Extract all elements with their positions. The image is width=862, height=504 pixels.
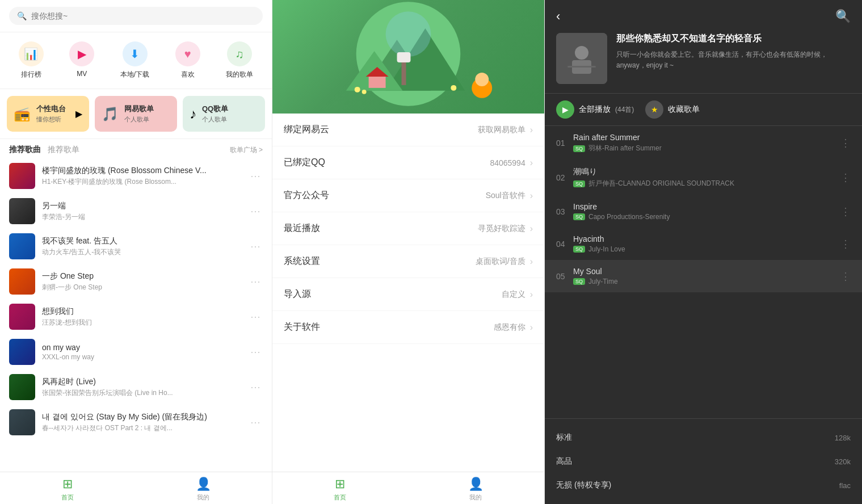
song-thumb <box>9 198 35 224</box>
quality-badge: SQ <box>573 246 585 253</box>
svg-point-20 <box>575 46 588 60</box>
middle-nav-home[interactable]: ⊞ 首页 <box>334 477 346 502</box>
middle-nav-profile[interactable]: 👤 我的 <box>468 477 483 502</box>
nav-download[interactable]: ⬇ 本地/下载 <box>120 41 149 79</box>
list-item[interactable]: 一步 One Step 刺猬-一步 One Step ⋯ <box>0 264 272 299</box>
netease-title: 网易歌单 <box>124 104 154 114</box>
song-more-icon[interactable]: ⋯ <box>248 414 263 431</box>
play-count: (44首) <box>615 105 634 115</box>
left-panel: 🔍 📊 排行榜 ▶ MV ⬇ 本地/下载 ♥ 喜欢 ♫ 我的歌单 📻 <box>0 0 272 504</box>
song-artist: 李荣浩-另一端 <box>42 212 241 222</box>
tab-recommend-playlists[interactable]: 推荐歌单 <box>48 145 79 155</box>
song-more-icon[interactable]: ⋯ <box>248 343 263 360</box>
collect-label: 收藏歌单 <box>668 104 700 115</box>
track-row[interactable]: 03 Inspire SQ Capo Productions-Serenity … <box>545 195 862 228</box>
song-info: 내 곁에 있어요 (Stay By My Side) (留在我身边) 春--세자… <box>42 412 241 433</box>
menu-item-settings[interactable]: 系统设置 桌面歌词/音质 › <box>272 245 544 278</box>
arrow-icon: › <box>530 224 533 234</box>
song-thumb <box>9 409 35 435</box>
song-info: 一步 One Step 刺猬-一步 One Step <box>42 271 241 292</box>
search-input-wrap[interactable]: 🔍 <box>9 7 263 25</box>
menu-item-bind-netease[interactable]: 绑定网易云 获取网易歌单 › <box>272 114 544 146</box>
track-artist: 羽林-Rain after Summer <box>588 144 662 153</box>
list-item[interactable]: on my way XXXL-on my way ⋯ <box>0 334 272 369</box>
star-icon: ★ <box>645 100 663 119</box>
song-title: 楼宇间盛放的玫瑰 (Rose Blossom Chinese V... <box>42 166 241 176</box>
track-row[interactable]: 02 潮鳴り SQ 折戸伸吾-CLANNAD ORIGINAL SOUNDTRA… <box>545 160 862 195</box>
recommend-more[interactable]: 歌单广场 > <box>230 145 263 155</box>
back-button[interactable]: ‹ <box>556 9 560 24</box>
personal-info: 个性电台 懂你想听 <box>36 104 66 124</box>
svg-rect-7 <box>397 52 411 62</box>
track-row[interactable]: 01 Rain after Summer SQ 羽林-Rain after Su… <box>545 126 862 160</box>
play-all-button[interactable]: ▶ 全部播放 (44首) <box>556 100 634 119</box>
list-item[interactable]: 楼宇间盛放的玫瑰 (Rose Blossom Chinese V... H1-K… <box>0 158 272 194</box>
track-more-icon[interactable]: ⋮ <box>840 205 851 218</box>
song-more-icon[interactable]: ⋯ <box>248 238 263 255</box>
qq-title: QQ歌单 <box>202 104 228 114</box>
track-title: Inspire <box>573 202 840 211</box>
tab-recommend-songs[interactable]: 推荐歌曲 <box>9 145 41 155</box>
search-button[interactable]: 🔍 <box>835 9 851 24</box>
menu-item-import-source[interactable]: 导入源 自定义 › <box>272 278 544 311</box>
song-artist: 张国荣-张国荣告别乐坛演唱会 (Live in Ho... <box>42 388 241 398</box>
quality-label: 高品 <box>556 456 572 467</box>
quality-high[interactable]: 高品 320k <box>545 450 862 473</box>
home-icon: ⊞ <box>62 477 73 492</box>
song-thumb <box>9 339 35 365</box>
netease-sub: 个人歌单 <box>124 115 154 124</box>
track-artist: Capo Productions-Serenity <box>588 213 670 221</box>
track-more-icon[interactable]: ⋮ <box>840 270 851 283</box>
mv-label: MV <box>77 70 87 78</box>
menu-label: 关于软件 <box>284 321 494 333</box>
song-more-icon[interactable]: ⋯ <box>248 167 263 184</box>
scene-illustration <box>272 0 544 114</box>
track-info: Hyacinth SQ July-In Love <box>573 234 840 253</box>
middle-header <box>272 0 544 114</box>
menu-item-about[interactable]: 关于软件 感恩有你 › <box>272 311 544 344</box>
left-nav-profile[interactable]: 👤 我的 <box>196 477 211 502</box>
track-artist: July-In Love <box>588 245 625 253</box>
search-input[interactable] <box>31 11 255 20</box>
list-item[interactable]: 风再起时 (Live) 张国荣-张国荣告别乐坛演唱会 (Live in Ho..… <box>0 369 272 405</box>
favorite-icon: ♥ <box>175 41 200 66</box>
list-item[interactable]: 내 곁에 있어요 (Stay By My Side) (留在我身边) 春--세자… <box>0 405 272 440</box>
track-artist-wrap: SQ 羽林-Rain after Summer <box>573 144 840 153</box>
track-more-icon[interactable]: ⋮ <box>840 171 851 184</box>
track-more-icon[interactable]: ⋮ <box>840 238 851 250</box>
quality-lossless[interactable]: 无损 (特权专享) flac <box>545 473 862 497</box>
left-nav-home[interactable]: ⊞ 首页 <box>61 477 74 502</box>
nav-mylist[interactable]: ♫ 我的歌单 <box>226 41 253 79</box>
song-info: 风再起时 (Live) 张国荣-张国荣告别乐坛演唱会 (Live in Ho..… <box>42 377 241 398</box>
playlist-info: 那些你熟悉却又不知道名字的轻音乐 只听一小会你就会爱上它。音乐就像生活，有开心也… <box>545 33 862 94</box>
track-title: Hyacinth <box>573 234 840 243</box>
station-netease[interactable]: 🎵 网易歌单 个人歌单 <box>95 96 177 132</box>
menu-value: 寻觅好歌踪迹 <box>478 224 525 234</box>
svg-point-14 <box>362 90 367 94</box>
song-more-icon[interactable]: ⋯ <box>248 273 263 290</box>
list-item[interactable]: 我不该哭 feat. 告五人 动力火车/告五人-我不该哭 ⋯ <box>0 229 272 264</box>
track-row[interactable]: 05 My Soul SQ July-Time ⋮ <box>545 260 862 292</box>
song-more-icon[interactable]: ⋯ <box>248 379 263 396</box>
collect-button[interactable]: ★ 收藏歌单 <box>645 100 700 119</box>
menu-item-bound-qq[interactable]: 已绑定QQ 84065994 › <box>272 146 544 179</box>
quality-standard[interactable]: 标准 128k <box>545 426 862 450</box>
station-qq[interactable]: ♪ QQ歌单 个人歌单 <box>183 96 265 132</box>
nav-ranking[interactable]: 📊 排行榜 <box>19 41 44 79</box>
personal-title: 个性电台 <box>36 104 66 114</box>
song-more-icon[interactable]: ⋯ <box>248 308 263 325</box>
menu-label: 官方公众号 <box>284 190 486 201</box>
song-artist: 汪苏泷-想到我们 <box>42 318 241 327</box>
menu-item-official-account[interactable]: 官方公众号 Soul音软件 › <box>272 179 544 212</box>
track-row[interactable]: 04 Hyacinth SQ July-In Love ⋮ <box>545 228 862 260</box>
nav-mv[interactable]: ▶ MV <box>69 41 94 79</box>
menu-label: 已绑定QQ <box>284 157 490 169</box>
song-more-icon[interactable]: ⋯ <box>248 203 263 220</box>
station-personal[interactable]: 📻 个性电台 懂你想听 ▶ <box>7 96 89 132</box>
menu-item-recent-play[interactable]: 最近播放 寻觅好歌踪迹 › <box>272 212 544 245</box>
list-item[interactable]: 想到我们 汪苏泷-想到我们 ⋯ <box>0 299 272 334</box>
list-item[interactable]: 另一端 李荣浩-另一端 ⋯ <box>0 194 272 229</box>
play-icon: ▶ <box>556 100 574 119</box>
track-more-icon[interactable]: ⋮ <box>840 137 851 149</box>
nav-favorite[interactable]: ♥ 喜欢 <box>175 41 200 79</box>
